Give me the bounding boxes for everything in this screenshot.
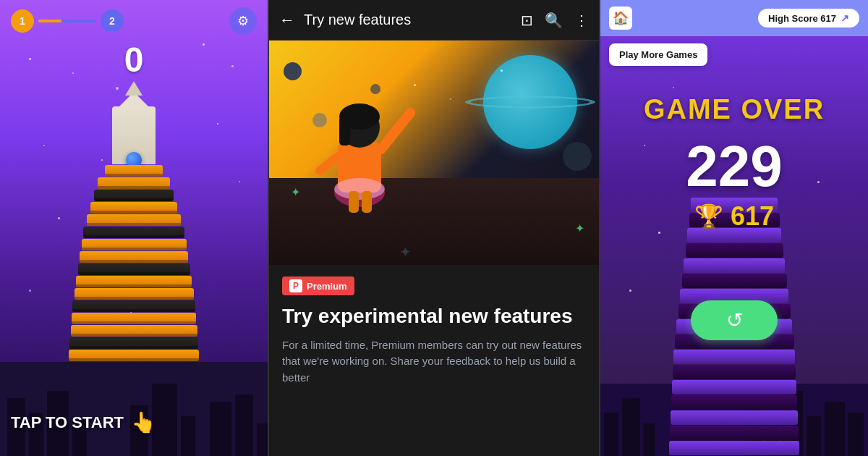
- svg-line-6: [320, 156, 338, 171]
- svg-rect-4: [339, 117, 350, 145]
- planet-small-2: [563, 142, 592, 171]
- panel-left: 1 2 ⚙ 0: [0, 0, 268, 456]
- high-score-row: 🏆 617: [686, 201, 782, 232]
- home-icon: 🏠: [613, 10, 629, 26]
- game-over-label: GAME OVER: [644, 94, 825, 125]
- replay-icon: ↺: [726, 308, 743, 332]
- cast-icon[interactable]: ⊡: [521, 12, 533, 29]
- final-score: 229: [686, 138, 782, 195]
- panel-right: 🏠 High Score 617 ↗ Play More Games GAME …: [600, 0, 868, 456]
- city-background: [0, 362, 268, 456]
- svg-point-7: [334, 178, 385, 200]
- badge-1: 1: [11, 9, 34, 33]
- tower-top: [112, 106, 156, 164]
- premium-p-icon: P: [289, 279, 302, 292]
- left-top-bar: 1 2 ⚙: [0, 7, 268, 35]
- current-score: 0: [124, 40, 144, 80]
- nav-title: Try new features: [304, 12, 512, 28]
- premium-badge: P Premium: [282, 276, 354, 295]
- article-title: Try experimental new features: [282, 304, 586, 329]
- search-icon[interactable]: 🔍: [545, 12, 563, 29]
- tower: [69, 106, 199, 362]
- svg-rect-8: [349, 191, 359, 213]
- svg-line-5: [381, 113, 410, 149]
- tap-to-start[interactable]: TAP TO START 👆: [11, 410, 156, 434]
- score-line: [38, 20, 96, 22]
- home-button[interactable]: 🏠: [609, 7, 632, 30]
- content-area: P Premium Try experimental new features …: [269, 265, 599, 397]
- article-body: For a limited time, Premium members can …: [282, 337, 586, 387]
- hand-icon: 👆: [131, 410, 156, 434]
- more-icon[interactable]: ⋮: [574, 12, 589, 29]
- trophy-icon: 🏆: [694, 203, 723, 230]
- high-score-value: 617: [731, 201, 774, 232]
- gear-button[interactable]: ⚙: [229, 7, 257, 35]
- planet-large: [483, 55, 577, 149]
- premium-label: Premium: [307, 281, 347, 292]
- high-score-pill: High Score 617 ↗: [758, 9, 859, 28]
- hero-image: ✦ ✦ ✦: [269, 41, 599, 265]
- score-display: 229 🏆 617: [686, 138, 782, 232]
- person-figure: [305, 77, 421, 221]
- share-icon[interactable]: ↗: [841, 12, 849, 24]
- right-top-bar: 🏠 High Score 617 ↗: [600, 0, 868, 36]
- tap-label: TAP TO START: [11, 413, 124, 432]
- tower-layers: [69, 165, 199, 361]
- back-button[interactable]: ←: [279, 11, 295, 30]
- panel-middle: ← Try new features ⊡ 🔍 ⋮: [268, 0, 600, 456]
- nav-bar: ← Try new features ⊡ 🔍 ⋮: [269, 0, 599, 41]
- replay-button[interactable]: ↺: [691, 300, 778, 340]
- planet-small-1: [284, 62, 302, 80]
- nav-icons: ⊡ 🔍 ⋮: [521, 12, 589, 29]
- high-score-text: High Score 617: [768, 13, 836, 24]
- planet-ring: [465, 96, 595, 108]
- badge-2: 2: [101, 9, 124, 33]
- svg-rect-9: [362, 191, 372, 213]
- space-illustration: ✦ ✦ ✦: [269, 41, 599, 265]
- play-more-button[interactable]: Play More Games: [609, 43, 707, 66]
- score-badges: 1 2: [11, 9, 124, 33]
